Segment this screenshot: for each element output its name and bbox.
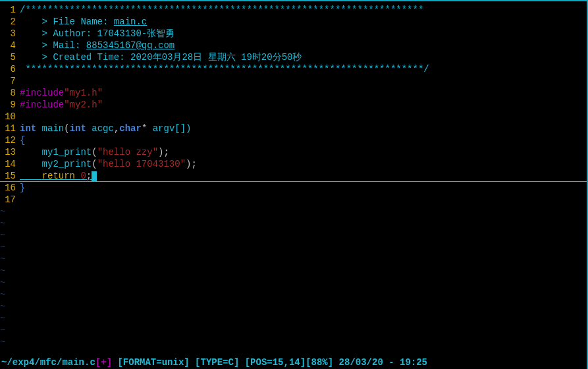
empty-line: ~ <box>0 229 587 241</box>
line-number: 1 <box>0 4 20 16</box>
status-modified: [+] <box>95 357 112 368</box>
line-number: 17 <box>0 194 20 206</box>
empty-line: ~ <box>0 217 587 229</box>
code-line: 7 <box>0 75 587 87</box>
line-number: 5 <box>0 51 20 63</box>
empty-line: ~ <box>0 206 587 217</box>
empty-line: ~ <box>0 277 587 289</box>
code-line: 6 **************************************… <box>0 63 587 75</box>
code-line: 5 > Created Time: 2020年03月28日 星期六 19时20分… <box>0 51 587 63</box>
status-path: /exp4/mfc/main.c <box>7 357 95 368</box>
line-number: 13 <box>0 146 20 158</box>
line-number: 3 <box>0 28 20 40</box>
empty-line: ~ <box>0 265 587 277</box>
code-line: 10 <box>0 111 587 123</box>
line-number: 4 <box>0 40 20 51</box>
line-number: 11 <box>0 123 20 134</box>
code-line: 2 > File Name: main.c <box>0 16 587 28</box>
code-line-current: 15 return 0; <box>0 170 587 182</box>
empty-line: ~ <box>0 253 587 265</box>
line-number: 10 <box>0 111 20 123</box>
status-datetime: ] 28/03/20 - 19:25 <box>328 357 427 368</box>
line-number: 15 <box>0 170 20 181</box>
cursor-icon <box>92 171 97 181</box>
empty-line: ~ <box>0 312 587 324</box>
line-number: 12 <box>0 134 20 146</box>
status-bar: ~/exp4/mfc/main.c[+] [FORMAT=unix] [TYPE… <box>0 356 587 369</box>
status-format: [FORMAT=unix <box>117 357 184 368</box>
code-line: 8 #include"my1.h" <box>0 87 587 99</box>
line-number: 8 <box>0 87 20 99</box>
code-line: 4 > Mail: 885345167@qq.com <box>0 40 587 51</box>
empty-line: ~ <box>0 241 587 253</box>
status-percent: ][88% <box>300 357 328 368</box>
line-number: 2 <box>0 16 20 28</box>
code-line: 13 my1_print("hello zzy"); <box>0 146 587 158</box>
code-line: 16 } <box>0 182 587 194</box>
empty-line: ~ <box>0 300 587 312</box>
line-number: 7 <box>0 75 20 87</box>
empty-line: ~ <box>0 336 587 348</box>
code-line: 14 my2_print("hello 17043130"); <box>0 158 587 170</box>
line-number: 16 <box>0 182 20 194</box>
empty-line: ~ <box>0 324 587 336</box>
line-number: 6 <box>0 63 20 75</box>
code-line: 12 { <box>0 134 587 146</box>
line-number: 9 <box>0 99 20 111</box>
status-type: ] [TYPE=C <box>184 357 234 368</box>
empty-line: ~ <box>0 289 587 300</box>
code-line: 1 /*************************************… <box>0 4 587 16</box>
code-line: 3 > Author: 17043130-张智勇 <box>0 28 587 40</box>
code-line: 9 #include"my2.h" <box>0 99 587 111</box>
code-editor[interactable]: 1 /*************************************… <box>0 1 587 355</box>
code-line: 17 <box>0 194 587 206</box>
status-pos: ] [POS=15,14 <box>234 357 300 368</box>
line-number: 14 <box>0 158 20 170</box>
code-line: 11 int main(int acgc,char* argv[]) <box>0 123 587 134</box>
